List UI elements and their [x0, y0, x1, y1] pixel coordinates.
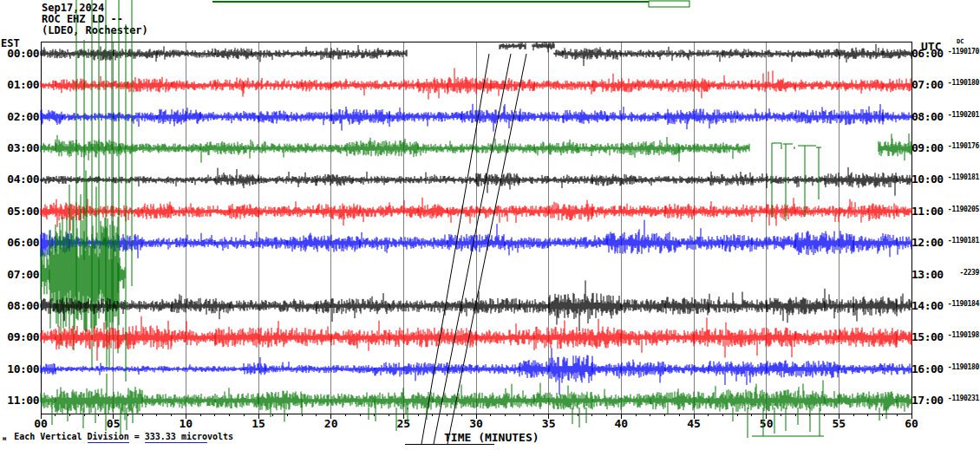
dc-value: -1190205 — [944, 205, 979, 213]
header-network-name: (LDEO, Rochester) — [42, 25, 148, 36]
est-label: 06:00 — [0, 236, 39, 249]
x-tick-label: 30 — [461, 417, 491, 430]
est-label: 07:00 — [0, 268, 39, 281]
header: Sep17,2024 ROC EHZ LD -- (LDEO, Rocheste… — [42, 3, 148, 36]
dc-value: -1190184 — [944, 300, 979, 308]
utc-label: 17:00 — [911, 394, 944, 407]
footer-text-1: Each Vertical — [14, 432, 87, 441]
seismogram-canvas — [0, 0, 980, 450]
x-tick-label: 60 — [897, 417, 926, 430]
x-tick-label: 00 — [26, 417, 56, 430]
x-axis-title: TIME (MINUTES) — [444, 431, 539, 444]
utc-label: 15:00 — [911, 330, 944, 343]
dc-value: -2239 — [944, 269, 979, 277]
x-tick-label: 55 — [824, 417, 853, 430]
microvolt-glyph: м — [3, 435, 6, 442]
helicorder-screen: Sep17,2024 ROC EHZ LD -- (LDEO, Rocheste… — [0, 0, 980, 450]
x-tick-label: 20 — [317, 417, 346, 430]
x-tick-label: 40 — [606, 417, 636, 430]
x-tick-label: 50 — [752, 417, 781, 430]
x-tick-label: 45 — [679, 417, 709, 430]
x-tick-label: 05 — [99, 417, 128, 430]
est-label: 05:00 — [0, 205, 39, 218]
utc-label: 11:00 — [911, 205, 944, 218]
dc-value: -1190180 — [944, 363, 979, 371]
utc-label: 12:00 — [911, 236, 944, 249]
x-tick-label: 25 — [389, 417, 418, 430]
footer-note: мEach Vertical Division = 333.33 microvo… — [3, 432, 233, 442]
est-label: 11:00 — [0, 394, 39, 407]
utc-label: 10:00 — [911, 173, 944, 186]
est-label: 04:00 — [0, 173, 39, 186]
utc-label: 13:00 — [911, 268, 944, 281]
est-label: 10:00 — [0, 362, 39, 375]
utc-label: 08:00 — [911, 110, 944, 123]
utc-label: 09:00 — [911, 141, 944, 154]
dc-value: -1190201 — [944, 111, 979, 119]
dc-value: -1190181 — [944, 237, 979, 245]
dc-value: -1190231 — [944, 395, 979, 402]
footer-link-microvolts[interactable]: 333.33 micro — [145, 432, 207, 443]
est-label: 09:00 — [0, 330, 39, 343]
dc-column-title: DC — [957, 38, 964, 45]
utc-label: 06:00 — [911, 47, 944, 60]
est-label: 00:00 — [0, 47, 39, 60]
est-label: 03:00 — [0, 141, 39, 154]
dc-value: -1190198 — [944, 331, 979, 339]
est-label: 01:00 — [0, 78, 39, 91]
footer-text-3: volts — [207, 432, 233, 441]
x-tick-label: 10 — [171, 417, 200, 430]
x-tick-label: 35 — [534, 417, 564, 430]
footer-text-2: = — [129, 432, 145, 441]
est-label: 02:00 — [0, 110, 39, 123]
est-label: 08:00 — [0, 299, 39, 312]
dc-value: -1190181 — [944, 173, 979, 181]
footer-link-division[interactable]: Division — [88, 432, 129, 443]
dc-value: -1190176 — [944, 142, 979, 150]
dc-value: -1190170 — [944, 48, 979, 55]
x-tick-label: 15 — [244, 417, 273, 430]
utc-label: 07:00 — [911, 78, 944, 91]
dc-value: -1190180 — [944, 79, 979, 87]
x-axis-title-underline — [405, 444, 494, 445]
utc-label: 14:00 — [911, 299, 944, 312]
utc-label: 16:00 — [911, 362, 944, 375]
